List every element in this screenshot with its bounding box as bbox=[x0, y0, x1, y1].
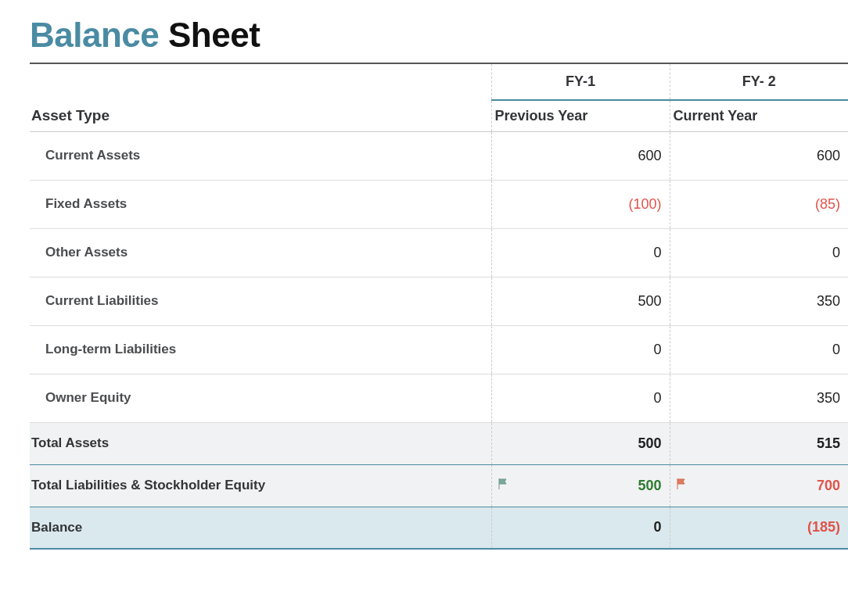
cell-value: 0 bbox=[701, 325, 848, 374]
row-label: Other Assets bbox=[30, 228, 491, 277]
row-label: Owner Equity bbox=[30, 374, 491, 422]
title-rest: Sheet bbox=[159, 16, 260, 54]
row-label: Long-term Liabilities bbox=[30, 325, 491, 374]
table-row: Fixed Assets (100) (85) bbox=[30, 180, 848, 228]
column-header-row: Asset Type Previous Year Current Year bbox=[30, 100, 848, 131]
cell-value: 350 bbox=[701, 277, 848, 325]
cell-value: 0 bbox=[523, 374, 670, 422]
row-label: Balance bbox=[30, 507, 491, 549]
cell-value: (100) bbox=[523, 180, 670, 228]
cell-value: 350 bbox=[701, 374, 848, 422]
cell-value: (185) bbox=[701, 507, 848, 549]
flag-icon bbox=[675, 478, 688, 493]
title-accent: Balance bbox=[30, 16, 159, 54]
cell-value: 500 bbox=[523, 422, 670, 464]
fy1-header: FY-1 bbox=[491, 64, 670, 100]
table-row: Long-term Liabilities 0 0 bbox=[30, 325, 848, 374]
cell-value: 0 bbox=[701, 228, 848, 277]
cell-value: 500 bbox=[523, 464, 670, 507]
table-row: Owner Equity 0 350 bbox=[30, 374, 848, 422]
cell-value: 500 bbox=[523, 277, 670, 325]
cell-value: 700 bbox=[701, 464, 848, 507]
page-title: Balance Sheet bbox=[30, 16, 848, 55]
total-liabilities-equity-row: Total Liabilities & Stockholder Equity 5… bbox=[30, 464, 848, 507]
cell-value: 0 bbox=[523, 325, 670, 374]
previous-year-header: Previous Year bbox=[491, 100, 670, 131]
cell-value: 515 bbox=[701, 422, 848, 464]
current-year-header: Current Year bbox=[670, 100, 848, 131]
table-row: Current Liabilities 500 350 bbox=[30, 277, 848, 325]
balance-sheet-table: FY-1 FY- 2 Asset Type Previous Year Curr… bbox=[30, 64, 848, 550]
table-row: Other Assets 0 0 bbox=[30, 228, 848, 277]
row-label: Total Liabilities & Stockholder Equity bbox=[30, 464, 491, 507]
cell-value: 0 bbox=[523, 228, 670, 277]
row-label: Current Liabilities bbox=[30, 277, 491, 325]
row-label: Total Assets bbox=[30, 422, 491, 464]
cell-value: 600 bbox=[701, 131, 848, 180]
fy2-header: FY- 2 bbox=[670, 64, 848, 100]
row-label: Fixed Assets bbox=[30, 180, 491, 228]
fiscal-year-row: FY-1 FY- 2 bbox=[30, 64, 848, 100]
asset-type-header: Asset Type bbox=[30, 100, 491, 131]
cell-value: (85) bbox=[701, 180, 848, 228]
cell-value: 600 bbox=[523, 131, 670, 180]
table-row: Current Assets 600 600 bbox=[30, 131, 848, 180]
cell-value: 0 bbox=[523, 507, 670, 549]
balance-row: Balance 0 (185) bbox=[30, 507, 848, 549]
total-assets-row: Total Assets 500 515 bbox=[30, 422, 848, 464]
row-label: Current Assets bbox=[30, 131, 491, 180]
flag-icon bbox=[497, 478, 509, 493]
